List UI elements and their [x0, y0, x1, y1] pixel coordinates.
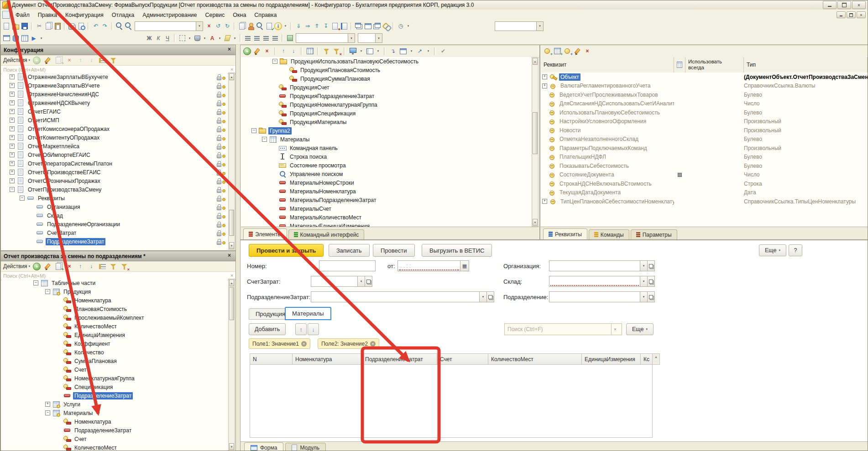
tree-item[interactable]: +ОтчетОРозничныхПродажах — [1, 176, 228, 185]
align-right-icon[interactable] — [262, 34, 270, 42]
preview-form-icon[interactable] — [349, 47, 357, 55]
tree-item[interactable]: МатериалыЕдиницаИзмерения — [241, 222, 531, 227]
fill-color-icon[interactable] — [193, 34, 201, 42]
tree-item[interactable]: −Реквизиты — [1, 194, 228, 202]
italic-icon[interactable]: К — [154, 34, 162, 42]
tree-item[interactable]: −Материалы — [1, 409, 228, 417]
mdi-restore-button[interactable] — [847, 11, 856, 18]
attribute-row[interactable]: ВедетсяУчетПрослеживаемыхТоваровБулево — [541, 90, 868, 99]
object-scrollbar[interactable]: ▲▼ — [228, 279, 235, 451]
export-vetis-button[interactable]: Выгрузить в ВЕТИС — [422, 244, 492, 257]
date-input[interactable]: . . : : — [397, 260, 460, 271]
collapse-icon[interactable]: − — [33, 280, 38, 285]
tree-item[interactable]: Склад — [1, 211, 228, 220]
collapse-icon[interactable]: − — [251, 128, 256, 133]
add-icon[interactable]: + — [33, 57, 41, 64]
tree-item[interactable]: +Услуги — [1, 400, 228, 409]
tree-item[interactable]: Номенклатура — [1, 296, 228, 305]
collapse-icon[interactable]: − — [262, 137, 267, 142]
cascade-windows-icon[interactable] — [373, 22, 381, 30]
table-column-header[interactable]: Номенклатура — [293, 353, 362, 365]
tree-item[interactable]: Коэффициент — [1, 339, 228, 348]
tree-item[interactable]: Счет — [1, 365, 228, 374]
expand-icon[interactable]: + — [10, 135, 15, 140]
clone-icon[interactable]: + — [54, 263, 63, 270]
tree-item[interactable]: ПодразделениеОрганизации — [1, 220, 228, 228]
dropdown-icon[interactable]: ▾ — [202, 34, 207, 42]
combo-dropdown-icon[interactable]: ▾ — [348, 34, 355, 42]
dept-input[interactable] — [549, 291, 640, 302]
warehouse-open-icon[interactable] — [647, 276, 655, 287]
form-more-button[interactable]: Еще▾ — [759, 244, 786, 256]
tree-item[interactable]: ПрослеживаемыйКомплект — [1, 313, 228, 322]
add-icon[interactable]: + — [243, 47, 251, 55]
borders-icon[interactable] — [178, 34, 186, 42]
attribute-row[interactable]: +ВалютаРегламентированногоУчетаСправочни… — [541, 82, 868, 91]
scroll-thumb[interactable] — [533, 112, 538, 154]
expand-icon[interactable]: + — [10, 74, 15, 79]
move-up-icon[interactable]: ↑ — [76, 57, 84, 64]
tree-item[interactable]: МатериалыНоменклатура — [241, 187, 531, 196]
calendar-icon[interactable]: ▦ — [460, 260, 469, 271]
highlight-icon[interactable] — [223, 34, 231, 42]
dropdown-icon[interactable]: ▾ — [232, 34, 237, 42]
mdi-close-button[interactable]: × — [857, 11, 866, 18]
table-column-header[interactable]: КоличествоМест — [488, 353, 582, 365]
column-icon[interactable] — [674, 57, 685, 73]
edit-icon[interactable] — [43, 57, 52, 64]
tree-item[interactable]: МатериалыНомерСтроки — [241, 178, 531, 187]
attribute-row[interactable]: НовостиПроизвольный — [541, 126, 868, 135]
style-combo[interactable]: ▾ — [296, 33, 355, 43]
info-icon[interactable]: i — [274, 22, 282, 30]
close-button[interactable]: × — [852, 1, 866, 9]
tree-item[interactable]: Управление поиском — [241, 170, 531, 178]
copy-special-icon[interactable] — [238, 22, 246, 30]
table-column-header[interactable]: ЕдиницаИзмерения — [582, 353, 641, 365]
tree-item[interactable]: СчетЗатрат — [1, 228, 228, 237]
post-and-close-button[interactable]: Провести и закрыть — [249, 244, 324, 257]
tab-attributes[interactable]: Реквизиты — [543, 228, 587, 239]
clone-icon[interactable]: + — [54, 57, 63, 64]
dropdown-icon[interactable]: ▾ — [187, 34, 192, 42]
cut-icon[interactable]: ✂ — [35, 22, 43, 30]
delete-icon[interactable]: × — [263, 47, 271, 55]
actions-menu-button[interactable]: Действия▾ — [3, 57, 30, 63]
tab-elements[interactable]: Элементы — [243, 228, 287, 239]
tree-item[interactable]: ПлановаяСтоимость — [1, 305, 228, 313]
menu-item-7[interactable]: Справка — [250, 11, 281, 19]
dept-dropdown-icon[interactable]: ▾ — [640, 291, 648, 302]
tree-item[interactable]: СуммаПлановая — [1, 357, 228, 365]
paste-icon[interactable] — [53, 22, 62, 30]
tree-item[interactable]: ПродукцияСпецификация — [241, 109, 531, 118]
expand-icon[interactable]: + — [10, 152, 15, 157]
combo-dropdown-icon[interactable]: ▾ — [375, 34, 382, 42]
tree-item[interactable]: +ОтчетМаркетплейса — [1, 142, 228, 150]
scroll-up-icon[interactable]: ▲ — [533, 58, 538, 65]
materials-table-body[interactable] — [250, 365, 653, 438]
save-icon[interactable] — [21, 22, 29, 30]
search-clear-icon[interactable]: × — [611, 324, 619, 335]
tree-item[interactable]: +ОтражениеЗарплатыВБухучете — [1, 73, 228, 81]
scroll-down-icon[interactable]: ▼ — [229, 443, 234, 450]
tab-parameters[interactable]: Параметры — [631, 229, 677, 239]
tree-item[interactable]: +ОтчетКомиссионераОПродажах — [1, 124, 228, 133]
collapse-icon[interactable]: − — [45, 410, 50, 415]
filter-chip[interactable]: Поле1: Значение1× — [249, 338, 310, 349]
tree-item[interactable]: ПродукцияСчет — [241, 83, 531, 92]
expand-icon[interactable]: + — [10, 144, 15, 149]
database-icon[interactable] — [11, 34, 20, 42]
tab-module[interactable]: Модуль — [285, 443, 326, 451]
tree-item[interactable]: ПродукцияНоменклатурнаяГруппа — [241, 100, 531, 109]
tree-item[interactable]: КоличествоМест — [1, 443, 228, 451]
panel-close-icon[interactable]: × — [226, 47, 233, 53]
scroll-thumb[interactable] — [229, 210, 234, 236]
collapse-icon[interactable]: − — [10, 187, 15, 192]
table-grid-icon[interactable] — [21, 34, 29, 42]
search-clear-icon[interactable]: × — [230, 67, 233, 72]
tree-item[interactable]: Командная панель — [241, 144, 531, 152]
minimize-button[interactable] — [823, 1, 837, 9]
expand-icon[interactable]: + — [10, 118, 15, 123]
check-icon[interactable]: ✔ — [439, 47, 447, 55]
scroll-up-icon[interactable]: ▲ — [229, 73, 234, 80]
expand-icon[interactable]: + — [10, 170, 15, 175]
